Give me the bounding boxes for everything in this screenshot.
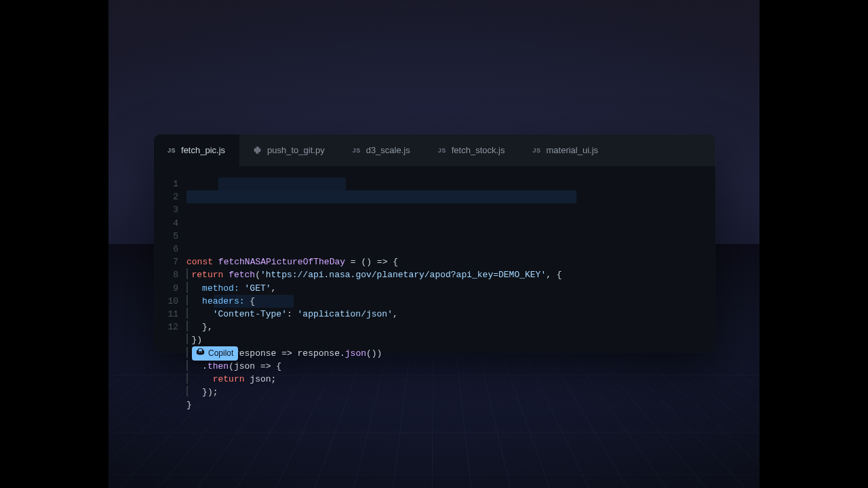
copilot-badge[interactable]: Copilot bbox=[192, 346, 238, 361]
python-icon bbox=[253, 146, 262, 155]
js-icon: JS bbox=[353, 147, 361, 154]
code-area[interactable]: 1 2 3 4 5 6 7 8 9 10 11 12 const fetchNA… bbox=[154, 167, 715, 352]
pillarbox-right bbox=[760, 0, 868, 488]
code-line: } bbox=[186, 399, 707, 411]
line-number: 3 bbox=[154, 203, 178, 216]
code-line: return json; bbox=[186, 373, 707, 386]
code-line: .then(json => { bbox=[186, 360, 707, 373]
line-highlight bbox=[186, 190, 576, 203]
tab-material-ui[interactable]: JS material_ui.js bbox=[519, 134, 612, 166]
line-number: 6 bbox=[154, 243, 178, 256]
line-number: 2 bbox=[154, 190, 178, 203]
code-line: method: 'GET', bbox=[186, 282, 707, 295]
line-number: 9 bbox=[154, 282, 178, 295]
tab-label: fetch_pic.js bbox=[181, 145, 225, 155]
code-line: }, bbox=[186, 321, 707, 333]
line-number: 5 bbox=[154, 230, 178, 243]
code-content[interactable]: const fetchNASAPictureOfTheDay = () => {… bbox=[186, 178, 715, 342]
code-line: headers: { bbox=[186, 295, 707, 308]
copilot-icon bbox=[196, 348, 205, 359]
tab-bar: JS fetch_pic.js push_to_git.py JS d3_sca… bbox=[154, 134, 715, 167]
identifier-highlight bbox=[218, 178, 346, 190]
js-icon: JS bbox=[438, 147, 446, 154]
line-number: 10 bbox=[154, 295, 178, 308]
js-icon: JS bbox=[167, 147, 176, 154]
tab-label: material_ui.js bbox=[547, 145, 599, 155]
tab-label: d3_scale.js bbox=[366, 145, 410, 155]
code-line: 'Content-Type': 'application/json', bbox=[186, 308, 707, 321]
line-number: 11 bbox=[154, 308, 178, 321]
js-icon: JS bbox=[532, 147, 540, 154]
tab-fetch-stock[interactable]: JS fetch_stock.js bbox=[425, 134, 519, 166]
copilot-label: Copilot bbox=[208, 348, 233, 358]
code-line: return fetch('https://api.nasa.gov/plane… bbox=[186, 268, 707, 281]
tab-push-to-git[interactable]: push_to_git.py bbox=[239, 134, 339, 166]
line-number: 4 bbox=[154, 217, 178, 230]
line-number: 12 bbox=[154, 321, 178, 333]
code-line: }) bbox=[186, 333, 707, 346]
line-number: 1 bbox=[154, 178, 178, 190]
code-line: }); bbox=[186, 386, 707, 399]
code-line: .then(response => response.json()) bbox=[186, 347, 707, 360]
line-number: 8 bbox=[154, 268, 178, 281]
line-number-gutter: 1 2 3 4 5 6 7 8 9 10 11 12 bbox=[154, 178, 186, 342]
code-editor-window: JS fetch_pic.js push_to_git.py JS d3_sca… bbox=[154, 134, 715, 352]
code-line: const fetchNASAPictureOfTheDay = () => { bbox=[186, 256, 707, 268]
tab-d3-scale[interactable]: JS d3_scale.js bbox=[339, 134, 425, 166]
pillarbox-left bbox=[0, 0, 108, 488]
tab-fetch-pic[interactable]: JS fetch_pic.js bbox=[154, 134, 239, 166]
line-number: 7 bbox=[154, 256, 178, 268]
tab-label: fetch_stock.js bbox=[452, 145, 505, 155]
tab-label: push_to_git.py bbox=[267, 145, 325, 155]
